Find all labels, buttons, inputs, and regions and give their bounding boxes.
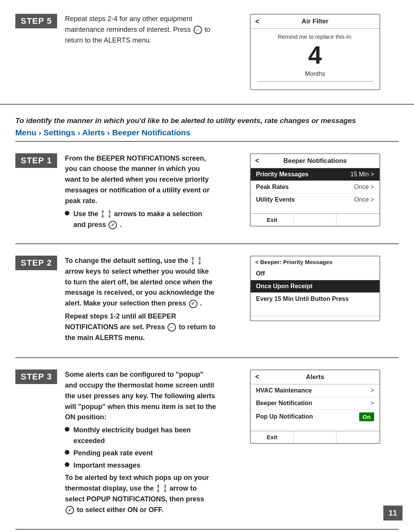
up-down-arrows-icon: ⇧⇩ [101, 210, 104, 218]
step2-content: To change the default setting, use the ⇧… [65, 256, 216, 346]
back-circle-icon: ← [194, 26, 202, 34]
bullet-dot-icon4 [65, 462, 69, 467]
step5-text: Repeat steps 2-4 for any other equipment… [65, 15, 192, 33]
on-badge: On [359, 412, 374, 421]
select-circle-icon3: ✓ [66, 506, 74, 514]
step3-content: Some alerts can be configured to "popup"… [65, 369, 216, 518]
beeper-notif-footer: Exit [251, 213, 380, 226]
priority-messages-label: Priority Messages [256, 171, 309, 178]
air-filter-title: Air Filter [302, 18, 329, 25]
bullet-dot-icon [65, 211, 69, 215]
alerts-screen: < Alerts HVAC Maintenance > Beeper Notif… [250, 369, 380, 444]
popup-notif-label: Pop Up Notification [256, 413, 313, 420]
beeper-notif-label: Beeper Notification [256, 400, 312, 407]
utility-events-label: Utility Events [256, 196, 295, 203]
priority-messages-value: 15 Min > [350, 171, 374, 178]
step3-bullet2-text: Pending peak rate event [73, 448, 153, 459]
beeper-notif-header: < Beeper Notifications [251, 154, 380, 168]
up-down-arrows-icon2: ⇧⇩ [108, 210, 111, 218]
footer-btn-5 [337, 431, 379, 443]
priority-msg-screen: < Beeper: Priority Messages Off Once Upo… [250, 256, 380, 321]
step1-row: STEP 1 From the BEEPER NOTIFICATIONS scr… [15, 141, 399, 243]
bullet-dot-icon3 [65, 450, 69, 455]
steps-section: STEP 1 From the BEEPER NOTIFICATIONS scr… [0, 141, 414, 530]
back-circle-icon2: ← [168, 323, 176, 332]
page: STEP 5 Repeat steps 2-4 for any other eq… [0, 0, 414, 530]
step2-para2: Repeat steps 1-2 until all BEEPER NOTIFI… [65, 311, 216, 343]
step3-bullet1: Monthly electricity budget has been exce… [65, 425, 216, 447]
back-arrow-icon3[interactable]: < [255, 373, 260, 381]
step3-bullet3-text: Important messages [73, 460, 140, 471]
priority-messages-row[interactable]: Priority Messages 15 Min > [251, 168, 380, 181]
step1-content: From the BEEPER NOTIFICATIONS screen, yo… [65, 153, 216, 232]
air-filter-unit: Months [257, 71, 373, 82]
alerts-title: Alerts [306, 373, 324, 381]
utility-events-value: Once > [354, 196, 374, 203]
once-upon-row[interactable]: Once Upon Receipt [251, 280, 380, 293]
peak-rates-label: Peak Rates [256, 184, 289, 190]
step3-badge: STEP 3 [15, 369, 57, 384]
utility-events-row[interactable]: Utility Events Once > [251, 194, 380, 206]
step3-bullet1-text: Monthly electricity budget has been exce… [73, 425, 216, 447]
peak-rates-row[interactable]: Peak Rates Once > [251, 181, 380, 194]
priority-header-text: < Beeper: Priority Messages [255, 259, 332, 265]
spacer2 [251, 305, 380, 316]
hvac-value: > [370, 387, 374, 394]
select-circle-icon: ✓ [108, 221, 117, 229]
bullet-dot-icon2 [65, 427, 69, 432]
step2-left: STEP 2 To change the default setting, us… [15, 256, 216, 346]
alerts-footer: Exit [251, 431, 380, 443]
step5-content: Repeat steps 2-4 for any other equipment… [65, 14, 216, 46]
up-down-arrows-icon5: ⇧⇩ [156, 484, 160, 493]
air-filter-screen: < Air Filter Remind me to replace this i… [250, 14, 380, 90]
spacer [251, 206, 380, 213]
up-down-arrows-icon3: ⇧⇩ [191, 257, 194, 265]
footer-line [251, 316, 380, 320]
footer-btn-2 [294, 214, 337, 226]
page-number: 11 [383, 506, 402, 521]
priority-rows: Off Once Upon Receipt Every 15 Min Until… [251, 268, 380, 305]
step5-badge: STEP 5 [15, 14, 57, 28]
step1-bullet-text: Use the ⇧⇩ ⇧⇩ arrows to make a selection… [73, 209, 216, 230]
select-circle-icon2: ✓ [189, 300, 197, 308]
air-filter-body: Remind me to replace this in: 4 Months [251, 29, 380, 89]
step3-bullet3: Important messages [65, 460, 216, 471]
alerts-header: < Alerts [251, 370, 380, 384]
intro-section: To identify the manner in which you'd li… [0, 105, 414, 141]
spacer3 [251, 424, 380, 431]
hvac-label: HVAC Maintenance [256, 387, 312, 394]
step3-left: STEP 3 Some alerts can be configured to … [15, 369, 216, 518]
intro-nav: Menu › Settings › Alerts › Beeper Notifi… [15, 128, 399, 137]
up-down-arrows-icon4: ⇧⇩ [198, 257, 201, 265]
top-section: STEP 5 Repeat steps 2-4 for any other eq… [0, 0, 414, 105]
peak-rates-value: Once > [354, 184, 374, 190]
step3-row: STEP 3 Some alerts can be configured to … [15, 357, 399, 530]
step3-para2: To be alerted by text which pops up on y… [65, 473, 216, 516]
step2-badge: STEP 2 [15, 256, 57, 270]
step2-row: STEP 2 To change the default setting, us… [15, 243, 399, 357]
exit-btn-1[interactable]: Exit [251, 214, 294, 226]
air-filter-number: 4 [257, 43, 373, 67]
back-arrow-icon2[interactable]: < [255, 157, 260, 165]
footer-btn-4 [294, 431, 337, 443]
hvac-row[interactable]: HVAC Maintenance > [251, 384, 380, 397]
every15-row[interactable]: Every 15 Min Until Button Press [251, 293, 380, 305]
footer-btn-3 [337, 214, 379, 226]
step1-bullet1: Use the ⇧⇩ ⇧⇩ arrows to make a selection… [65, 209, 216, 230]
top-right: < Air Filter Remind me to replace this i… [232, 14, 399, 90]
step2-para1: To change the default setting, use the ⇧… [65, 256, 216, 309]
air-filter-subtitle: Remind me to replace this in: [257, 33, 373, 40]
step1-badge: STEP 1 [15, 153, 57, 168]
priority-header: < Beeper: Priority Messages [251, 256, 380, 268]
alerts-rows: HVAC Maintenance > Beeper Notification >… [251, 384, 380, 424]
popup-notif-row[interactable]: Pop Up Notification On [251, 410, 380, 424]
back-arrow-icon[interactable]: < [255, 18, 260, 26]
exit-btn-2[interactable]: Exit [251, 431, 294, 443]
step1-right: < Beeper Notifications Priority Messages… [232, 153, 399, 227]
top-left: STEP 5 Repeat steps 2-4 for any other eq… [15, 14, 216, 46]
step1-left: STEP 1 From the BEEPER NOTIFICATIONS scr… [15, 153, 216, 232]
off-row[interactable]: Off [251, 268, 380, 280]
up-down-arrows-icon6: ⇧⇩ [163, 484, 167, 493]
beeper-notif-row[interactable]: Beeper Notification > [251, 397, 380, 410]
beeper-notif-value: > [370, 400, 374, 407]
